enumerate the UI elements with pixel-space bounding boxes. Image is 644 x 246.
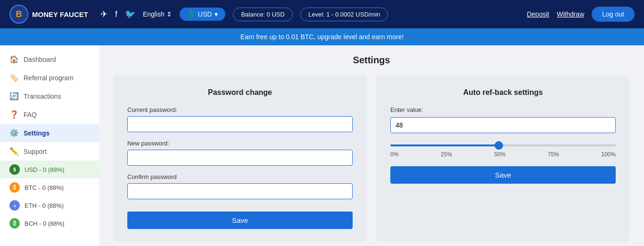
password-change-card: Password change Current password: New pa… <box>113 75 367 242</box>
promo-banner: Earn free up to 0.01 BTC, upgrade level … <box>0 28 644 45</box>
enter-value-label: Enter value: <box>390 106 616 113</box>
settings-icon: ⚙️ <box>9 128 19 137</box>
refback-save-button[interactable]: Save <box>390 166 616 184</box>
sidebar-currency-usd[interactable]: $ USD - 0 (88%) <box>0 161 99 178</box>
sidebar-currency-btc[interactable]: ₿ BTC - 0 (88%) <box>0 178 99 196</box>
slider-label-50: 50% <box>494 151 505 158</box>
sidebar-item-settings[interactable]: ⚙️ Settings <box>0 124 99 142</box>
currency-dropdown-icon: ▾ <box>215 10 218 18</box>
confirm-password-label: Confirm password <box>127 173 353 180</box>
refback-value-input[interactable] <box>390 117 616 133</box>
sidebar-currency-eth[interactable]: ⬨ ETH - 0 (88%) <box>0 196 99 214</box>
currency-selector[interactable]: 💲 USD ▾ <box>180 8 226 21</box>
refback-card: Auto ref-back settings Enter value: 0% 2… <box>376 75 630 242</box>
logo: B MONEY FAUCET <box>9 5 88 24</box>
language-label: English <box>143 10 165 18</box>
bch-icon: ₿ <box>9 218 20 229</box>
cards-row: Password change Current password: New pa… <box>113 75 630 242</box>
sidebar-label-referral: Referral program <box>24 74 74 82</box>
sidebar-label-support: Support <box>24 148 47 155</box>
sidebar-item-support[interactable]: ✏️ Support <box>0 142 99 161</box>
bch-label: BCH - 0 (88%) <box>25 220 65 227</box>
banner-text: Earn free up to 0.01 BTC, upgrade level … <box>240 33 404 41</box>
password-save-button[interactable]: Save <box>127 212 353 229</box>
eth-icon: ⬨ <box>9 200 20 211</box>
language-chevron-icon: ⇕ <box>166 10 172 18</box>
facebook-icon[interactable]: f <box>115 9 117 19</box>
slider-container: 0% 25% 50% 75% 100% <box>390 140 616 158</box>
slider-labels: 0% 25% 50% 75% 100% <box>390 151 616 158</box>
balance-display: Balance: 0 USD <box>233 8 293 21</box>
new-password-input[interactable] <box>127 150 353 166</box>
refback-slider[interactable] <box>390 144 616 146</box>
dashboard-icon: 🏠 <box>9 55 19 64</box>
sidebar: 🏠 Dashboard 🏷️ Referral program 🔄 Transa… <box>0 45 99 246</box>
password-card-title: Password change <box>127 88 353 97</box>
sidebar-item-dashboard[interactable]: 🏠 Dashboard <box>0 50 99 68</box>
logo-text: MONEY FAUCET <box>32 10 88 18</box>
currency-label: USD <box>198 10 212 18</box>
usd-icon: $ <box>9 164 20 175</box>
language-selector[interactable]: English ⇕ <box>143 10 172 18</box>
sidebar-label-dashboard: Dashboard <box>24 56 56 63</box>
current-password-label: Current password: <box>127 106 353 113</box>
level-text: Level: 1 - 0.0002 USD/min <box>308 11 380 18</box>
confirm-password-input[interactable] <box>127 183 353 199</box>
new-password-label: New password: <box>127 140 353 147</box>
btc-label: BTC - 0 (88%) <box>25 184 64 191</box>
slider-label-75: 75% <box>548 151 559 158</box>
balance-text: Balance: 0 USD <box>241 11 285 18</box>
sidebar-label-transactions: Transactions <box>24 93 61 100</box>
current-password-input[interactable] <box>127 116 353 132</box>
twitter-icon[interactable]: 🐦 <box>125 9 135 19</box>
main-layout: 🏠 Dashboard 🏷️ Referral program 🔄 Transa… <box>0 45 644 246</box>
withdraw-link[interactable]: Withdraw <box>557 10 584 18</box>
deposit-link[interactable]: Deposit <box>527 10 549 18</box>
sidebar-currency-bch[interactable]: ₿ BCH - 0 (88%) <box>0 214 99 232</box>
telegram-icon[interactable]: ✈ <box>100 9 107 19</box>
eth-label: ETH - 0 (88%) <box>25 202 64 209</box>
level-display: Level: 1 - 0.0002 USD/min <box>300 8 388 21</box>
slider-label-25: 25% <box>441 151 452 158</box>
current-password-group: Current password: <box>127 106 353 132</box>
page-title: Settings <box>113 55 630 66</box>
slider-label-100: 100% <box>601 151 616 158</box>
sidebar-item-faq[interactable]: ❓ FAQ <box>0 105 99 124</box>
currency-dollar-icon: 💲 <box>187 10 195 18</box>
faq-icon: ❓ <box>9 110 19 119</box>
sidebar-label-settings: Settings <box>24 129 50 137</box>
usd-label: USD - 0 (88%) <box>25 166 65 173</box>
sidebar-item-referral[interactable]: 🏷️ Referral program <box>0 68 99 87</box>
logo-icon: B <box>9 5 28 24</box>
new-password-group: New password: <box>127 140 353 166</box>
confirm-password-group: Confirm password <box>127 173 353 199</box>
sidebar-label-faq: FAQ <box>24 111 37 119</box>
main-content: Settings Password change Current passwor… <box>99 45 644 246</box>
transactions-icon: 🔄 <box>9 92 19 101</box>
refback-card-title: Auto ref-back settings <box>390 88 616 97</box>
btc-icon: ₿ <box>9 182 20 193</box>
sidebar-item-transactions[interactable]: 🔄 Transactions <box>0 87 99 105</box>
support-icon: ✏️ <box>9 147 19 156</box>
header: B MONEY FAUCET ✈ f 🐦 English ⇕ 💲 USD ▾ B… <box>0 0 644 28</box>
referral-icon: 🏷️ <box>9 73 19 82</box>
slider-label-0: 0% <box>390 151 398 158</box>
logout-button[interactable]: Log out <box>592 7 635 22</box>
